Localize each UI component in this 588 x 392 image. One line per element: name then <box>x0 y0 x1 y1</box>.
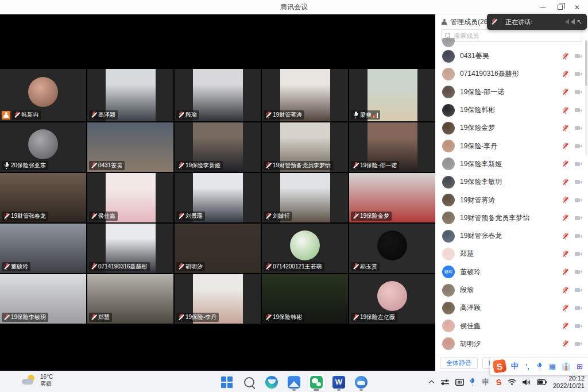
member-row[interactable]: 侯佳鑫 <box>442 317 582 335</box>
camera-off-icon[interactable] <box>575 305 582 310</box>
muted-mic-icon[interactable] <box>563 322 568 329</box>
sogou-s-tray-icon[interactable]: S <box>496 377 502 387</box>
member-row[interactable]: 19保险金梦 <box>442 119 582 137</box>
member-row[interactable]: 19保险李新娅 <box>442 155 582 173</box>
close-button[interactable]: ✕ <box>568 0 586 14</box>
camera-off-icon[interactable] <box>575 216 582 221</box>
muted-mic-icon[interactable] <box>563 125 568 132</box>
camera-off-icon[interactable] <box>575 251 582 256</box>
member-row[interactable] <box>442 38 582 47</box>
muted-mic-icon[interactable] <box>563 340 568 347</box>
taskbar-app-start[interactable] <box>218 373 236 391</box>
taskbar-app-search[interactable] <box>240 373 258 391</box>
punct-icon[interactable]: ’, <box>524 362 531 371</box>
video-tile[interactable]: 刘景瑶 <box>175 173 261 222</box>
camera-off-icon[interactable] <box>575 90 582 95</box>
voice-input-icon[interactable] <box>536 363 544 370</box>
muted-mic-icon[interactable] <box>563 305 568 312</box>
camera-off-icon[interactable] <box>575 144 582 149</box>
video-tile[interactable]: 高泽颖 <box>87 69 173 121</box>
muted-mic-icon[interactable] <box>563 143 568 149</box>
video-tile[interactable]: 19财管预备党员李梦怡 <box>262 122 348 172</box>
camera-off-icon[interactable] <box>575 233 582 239</box>
muted-mic-icon[interactable] <box>563 214 568 221</box>
camera-off-icon[interactable] <box>575 125 582 130</box>
muted-mic-icon[interactable] <box>563 251 568 258</box>
member-row[interactable]: 19财管预备党员李梦怡 <box>442 209 582 227</box>
muted-mic-icon[interactable] <box>492 18 497 25</box>
member-row[interactable]: 0431姜昊 <box>442 47 582 65</box>
member-row[interactable]: 胡明汐 <box>442 335 582 353</box>
scrollbar-thumb[interactable] <box>585 40 587 86</box>
camera-off-icon[interactable] <box>575 107 582 113</box>
muted-mic-icon[interactable] <box>563 233 568 240</box>
member-row[interactable]: 19保险李敏玥 <box>442 173 582 191</box>
muted-mic-icon[interactable] <box>563 179 568 186</box>
taskbar-app-edge[interactable] <box>262 373 281 391</box>
video-tile[interactable]: 梁爽 <box>349 69 435 121</box>
video-tile[interactable]: 胡明汐 <box>175 224 261 273</box>
member-row[interactable]: 0714190316聂赫彤 <box>442 65 582 83</box>
member-row[interactable]: 19财管张春龙 <box>442 227 582 245</box>
camera-off-icon[interactable] <box>575 270 582 275</box>
video-tile[interactable]: 19财管蒋涛 <box>262 69 348 121</box>
restore-button[interactable] <box>551 0 568 14</box>
taskbar-app-browser[interactable] <box>352 373 370 391</box>
skin-icon[interactable]: 👔 <box>562 362 571 371</box>
member-row[interactable]: 19财管蒋涛 <box>442 191 582 209</box>
muted-mic-icon[interactable] <box>563 287 568 294</box>
camera-off-icon[interactable] <box>575 341 582 347</box>
input-language-icon[interactable]: 中 <box>511 361 519 371</box>
muted-mic-icon[interactable] <box>563 268 568 275</box>
video-tile[interactable]: 20保险张亚东 <box>0 122 86 172</box>
muted-mic-icon[interactable] <box>563 53 568 60</box>
mute-all-button[interactable]: 全体静音 <box>440 358 478 369</box>
battery-icon[interactable] <box>537 379 547 385</box>
camera-off-icon[interactable] <box>575 198 582 203</box>
video-tile[interactable]: 郑慧 <box>87 274 173 324</box>
sogou-logo-icon[interactable]: S <box>492 359 506 374</box>
muted-mic-icon[interactable] <box>563 197 568 203</box>
tablet-icon[interactable] <box>455 379 464 386</box>
camera-off-icon[interactable] <box>575 162 582 167</box>
video-tile[interactable]: 19保险-邵一诺 <box>349 122 435 172</box>
video-tile[interactable]: 0714190316聂赫彤 <box>87 224 173 273</box>
taskbar-clock[interactable]: 20:12 2022/10/21 <box>553 375 585 390</box>
video-tile[interactable]: 19保险李新娅 <box>175 122 261 172</box>
minimize-button[interactable] <box>534 0 551 14</box>
video-tile[interactable]: 0431姜昊 <box>87 122 173 172</box>
video-tile[interactable]: 19保险李敏玥 <box>0 274 86 324</box>
taskbar-weather-widget[interactable]: 16°C 雾霾 <box>22 374 53 387</box>
muted-mic-icon[interactable] <box>563 89 568 95</box>
camera-off-icon[interactable] <box>575 53 582 59</box>
member-row[interactable]: 19保险-邵一诺 <box>442 83 582 101</box>
volume-icon[interactable] <box>523 379 531 386</box>
wifi-icon[interactable] <box>508 379 516 385</box>
chevron-up-icon[interactable] <box>428 380 435 384</box>
video-tile[interactable]: 韩新冉 <box>0 69 86 121</box>
video-tile[interactable]: 19保险-李丹 <box>175 274 261 324</box>
keyboard-icon[interactable]: ▦ <box>549 362 556 371</box>
member-row[interactable]: 郑慧 <box>442 245 582 263</box>
camera-off-icon[interactable] <box>575 71 582 76</box>
restore-window-icon[interactable]: ↖ <box>577 18 582 25</box>
member-row[interactable]: 硕玲董硕玲 <box>442 263 582 281</box>
video-tile[interactable]: 董硕玲 <box>0 224 86 273</box>
muted-mic-icon[interactable] <box>563 107 568 114</box>
sliders-icon[interactable] <box>441 379 449 386</box>
video-tile[interactable]: 19财管张春龙 <box>0 173 86 222</box>
camera-off-icon[interactable] <box>575 179 582 185</box>
video-tile[interactable]: 19保险金梦 <box>349 173 435 222</box>
video-tile[interactable]: 0714200121王若萌 <box>262 224 348 273</box>
video-tile[interactable]: 段瑜 <box>175 69 261 121</box>
taskbar-app-photos[interactable] <box>285 373 303 391</box>
muted-mic-icon[interactable] <box>563 160 568 167</box>
video-tile[interactable]: 侯佳鑫 <box>87 173 173 222</box>
video-tile[interactable]: 郝玉赏 <box>349 224 435 273</box>
toolbox-grid-icon[interactable]: ⊞ <box>576 362 583 371</box>
camera-off-icon[interactable] <box>575 287 582 293</box>
member-row[interactable]: 19保险韩彬 <box>442 101 582 119</box>
video-tile[interactable]: 19保险左亿薇 <box>349 274 435 324</box>
member-row[interactable]: 19保险-李丹 <box>442 137 582 155</box>
muted-mic-icon[interactable] <box>563 71 568 78</box>
